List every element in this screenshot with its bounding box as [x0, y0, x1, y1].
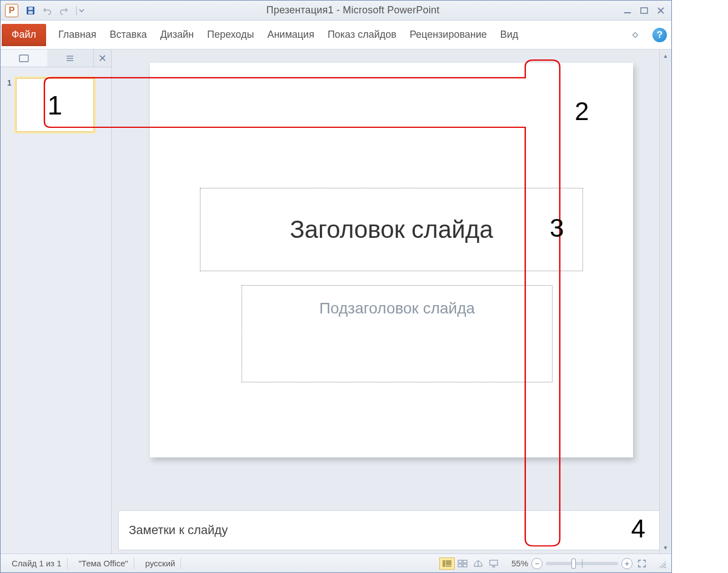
ribbon-tab-transitions[interactable]: Переходы [206, 27, 255, 43]
svg-rect-12 [458, 560, 462, 563]
maximize-icon[interactable] [638, 6, 650, 16]
notes-placeholder: Заметки к слайду [129, 523, 228, 537]
ribbon-tab-file[interactable]: Файл [2, 24, 46, 46]
status-bar: Слайд 1 из 1 "Тема Office" русский 55% −… [1, 554, 671, 572]
title-placeholder-text: Заголовок слайда [290, 216, 493, 243]
slideshow-view-icon[interactable] [486, 557, 501, 570]
zoom-in-icon[interactable]: + [621, 558, 632, 569]
svg-rect-17 [490, 560, 498, 565]
panel-close-icon[interactable]: ✕ [93, 49, 111, 67]
help-icon[interactable]: ? [652, 28, 667, 42]
close-icon[interactable] [655, 6, 667, 16]
thumbnail-list: 1 1 [1, 67, 111, 143]
slides-panel-tabs: ✕ [1, 49, 111, 67]
slide-editor: 2 Заголовок слайда 3 Подзаголовок слайда [112, 49, 671, 507]
undo-icon[interactable] [41, 4, 54, 17]
quick-access-toolbar [24, 4, 84, 17]
workspace: ✕ 1 1 2 Заголовок слайда 3 Подзаголовок [1, 49, 671, 554]
svg-rect-14 [458, 564, 462, 567]
svg-rect-10 [446, 560, 451, 565]
app-window: P Презентация1 - Microsoft PowerPoint [0, 0, 672, 573]
subtitle-placeholder[interactable]: Подзаголовок слайда [242, 285, 553, 382]
ribbon-tab-home[interactable]: Главная [57, 27, 98, 43]
ribbon-tab-review[interactable]: Рецензирование [409, 27, 488, 43]
ribbon: Файл Главная Вставка Дизайн Переходы Ани… [1, 21, 671, 49]
svg-rect-1 [28, 7, 33, 10]
notes-pane[interactable]: Заметки к слайду 4 [118, 510, 662, 550]
svg-rect-4 [641, 8, 647, 13]
ribbon-tab-design[interactable]: Дизайн [159, 27, 195, 43]
ribbon-tab-view[interactable]: Вид [499, 27, 520, 43]
ribbon-tab-insert[interactable]: Вставка [109, 27, 148, 43]
title-placeholder[interactable]: Заголовок слайда [200, 188, 583, 271]
slides-panel: ✕ 1 1 [1, 49, 112, 554]
outline-tab-icon[interactable] [47, 49, 94, 67]
slide-thumbnail[interactable]: 1 [16, 78, 94, 132]
fit-to-window-icon[interactable] [636, 557, 648, 570]
minimize-icon[interactable] [621, 6, 634, 16]
svg-rect-13 [463, 560, 467, 563]
zoom-out-icon[interactable]: − [531, 558, 543, 569]
reading-view-icon[interactable] [470, 557, 486, 570]
thumbnail-index: 1 [7, 78, 12, 87]
svg-rect-2 [28, 11, 33, 14]
window-controls [621, 6, 667, 16]
redo-icon[interactable] [57, 4, 71, 17]
language-indicator[interactable]: русский [140, 557, 182, 569]
slides-tab-icon[interactable] [1, 49, 47, 67]
zoom-group: 55% − + [511, 557, 648, 570]
vertical-scrollbar[interactable]: ▲ ▼ [659, 49, 671, 554]
annotation-label: 1 [17, 79, 93, 131]
zoom-value[interactable]: 55% [511, 559, 528, 568]
svg-rect-11 [446, 566, 451, 567]
save-icon[interactable] [24, 4, 37, 17]
slide-canvas[interactable]: 2 Заголовок слайда 3 Подзаголовок слайда [150, 63, 633, 457]
svg-rect-9 [443, 560, 445, 567]
ribbon-collapse-icon[interactable] [629, 29, 641, 41]
ribbon-tab-animation[interactable]: Анимация [266, 27, 315, 43]
ribbon-tab-slideshow[interactable]: Показ слайдов [327, 27, 398, 43]
annotation-label: 2 [575, 96, 589, 126]
qat-customize-icon[interactable] [76, 6, 84, 15]
app-icon: P [5, 4, 18, 17]
svg-rect-5 [19, 55, 28, 62]
scroll-down-icon[interactable]: ▼ [660, 541, 671, 554]
scroll-track[interactable] [660, 62, 671, 541]
window-title: Презентация1 - Microsoft PowerPoint [84, 4, 621, 16]
normal-view-icon[interactable] [439, 557, 455, 570]
editor-column: 2 Заголовок слайда 3 Подзаголовок слайда… [112, 49, 671, 554]
subtitle-placeholder-text: Подзаголовок слайда [319, 300, 475, 317]
scroll-up-icon[interactable]: ▲ [660, 49, 671, 62]
annotation-label: 4 [631, 514, 645, 544]
title-bar: P Презентация1 - Microsoft PowerPoint [1, 1, 671, 21]
zoom-slider[interactable] [546, 562, 618, 565]
svg-rect-15 [463, 564, 467, 567]
slide-sorter-view-icon[interactable] [455, 557, 470, 570]
slide-counter: Слайд 1 из 1 [6, 557, 68, 569]
resize-grip-icon[interactable] [657, 559, 666, 568]
view-buttons [439, 557, 501, 570]
svg-rect-3 [624, 12, 631, 13]
zoom-slider-handle[interactable] [571, 559, 576, 569]
theme-name: "Тема Office" [73, 557, 134, 569]
